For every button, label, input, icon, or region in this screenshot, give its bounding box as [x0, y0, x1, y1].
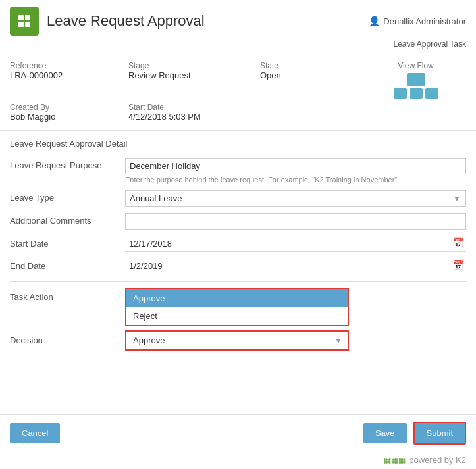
task-action-dropdown: Approve Reject — [125, 288, 349, 326]
header: Leave Request Approval 👤 Denallix Admini… — [0, 0, 476, 53]
task-action-label: Task Action — [10, 288, 125, 302]
powered-by: ▦▦▦ powered by K2 — [0, 451, 476, 469]
leave-type-wrap: Annual Leave Sick Leave Unpaid Leave ▼ — [125, 190, 466, 207]
reference-value: LRA-0000002 — [10, 70, 122, 80]
info-section: Reference LRA-0000002 Stage Review Reque… — [0, 53, 476, 130]
start-date-row: Start Date 📅 — [10, 236, 466, 252]
reference-label: Reference — [10, 61, 122, 70]
end-date-input[interactable] — [125, 259, 466, 274]
task-action-option-approve[interactable]: Approve — [126, 289, 348, 307]
end-date-row: End Date 📅 — [10, 259, 466, 274]
view-flow-icon[interactable] — [394, 73, 438, 99]
powered-by-text: powered by K2 — [409, 455, 466, 465]
start-date-form-label: Start Date — [10, 236, 125, 249]
leave-type-row: Leave Type Annual Leave Sick Leave Unpai… — [10, 190, 466, 207]
footer-left: Cancel — [10, 423, 60, 443]
detail-section: Leave Request Approval Detail Leave Requ… — [0, 131, 476, 414]
user-label: Denallix Administrator — [383, 16, 466, 26]
flow-bottom-blocks — [394, 88, 438, 99]
brand: Leave Request Approval — [10, 7, 205, 36]
start-date-calendar-icon[interactable]: 📅 — [452, 237, 463, 248]
start-date-value: 4/12/2018 5:03 PM — [128, 112, 253, 122]
start-date-wrap: 📅 — [125, 236, 466, 252]
additional-comments-wrap — [125, 213, 466, 230]
state-value: Open — [260, 70, 359, 80]
stage-label: Stage — [128, 61, 253, 70]
footer: Cancel Save Submit — [0, 414, 476, 451]
stage-value: Review Request — [128, 70, 253, 80]
end-date-label: End Date — [10, 259, 125, 271]
decision-row: Decision Approve Reject ▼ — [10, 330, 466, 351]
app-title: Leave Request Approval — [47, 12, 205, 30]
leave-purpose-hint: Enter the purpose behind the leave reque… — [125, 176, 466, 184]
user-info: 👤 Denallix Administrator — [369, 16, 466, 26]
task-link[interactable]: Leave Approval Task — [10, 39, 466, 53]
task-action-row: Task Action Approve Reject — [10, 281, 466, 326]
decision-label: Decision — [10, 335, 125, 345]
flow-top-block — [407, 73, 425, 86]
flow-bottom-left — [394, 88, 407, 99]
save-button[interactable]: Save — [363, 423, 407, 443]
leave-type-select[interactable]: Annual Leave Sick Leave Unpaid Leave — [125, 190, 466, 207]
additional-comments-label: Additional Comments — [10, 213, 125, 226]
k2-small-logo-icon: ▦▦▦ — [384, 456, 406, 465]
page: Leave Request Approval 👤 Denallix Admini… — [0, 0, 476, 469]
end-date-calendar-icon[interactable]: 📅 — [452, 260, 463, 270]
leave-purpose-input[interactable] — [125, 158, 466, 174]
k2-logo — [10, 7, 39, 36]
cancel-button[interactable]: Cancel — [10, 423, 60, 443]
user-icon: 👤 — [369, 16, 380, 26]
additional-comments-input[interactable] — [125, 213, 466, 230]
leave-purpose-label: Leave Request Purpose — [10, 158, 125, 170]
view-flow-label: View Flow — [398, 61, 433, 70]
state-label: State — [260, 61, 359, 70]
flow-bottom-right — [425, 88, 438, 99]
created-by-value: Bob Maggio — [10, 112, 122, 122]
leave-type-label: Leave Type — [10, 190, 125, 203]
flow-bottom-center — [410, 88, 423, 99]
end-date-wrap: 📅 — [125, 259, 466, 274]
task-action-control: Approve Reject — [125, 288, 466, 326]
footer-right: Save Submit — [363, 422, 466, 445]
decision-select-wrap: Approve Reject ▼ — [125, 330, 349, 351]
section-title: Leave Request Approval Detail — [10, 139, 466, 149]
created-by-label: Created By — [10, 103, 122, 112]
submit-button[interactable]: Submit — [413, 422, 466, 445]
decision-select[interactable]: Approve Reject — [126, 332, 348, 349]
start-date-label: Start Date — [128, 103, 253, 112]
additional-comments-row: Additional Comments — [10, 213, 466, 230]
info-grid: Reference LRA-0000002 Stage Review Reque… — [10, 61, 466, 122]
start-date-input[interactable] — [125, 236, 466, 252]
leave-purpose-wrap: Enter the purpose behind the leave reque… — [125, 158, 466, 184]
leave-purpose-row: Leave Request Purpose Enter the purpose … — [10, 158, 466, 184]
task-action-option-reject[interactable]: Reject — [126, 307, 348, 325]
